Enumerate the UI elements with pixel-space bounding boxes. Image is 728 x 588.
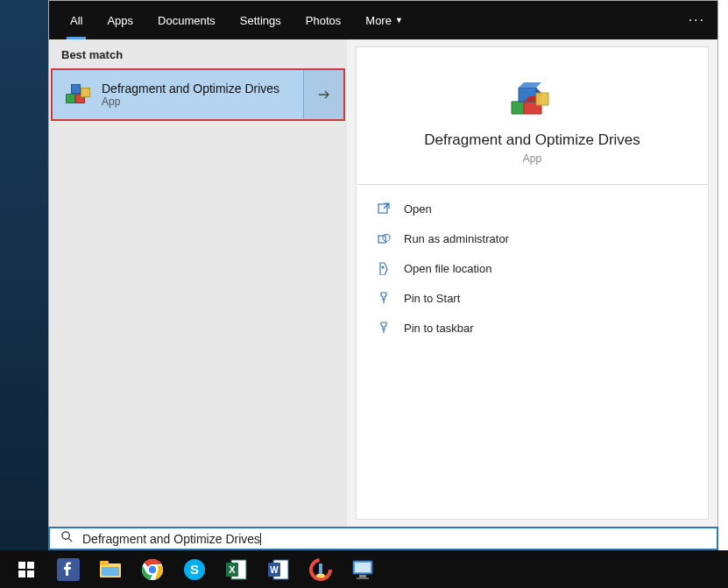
tab-label: Settings: [240, 14, 281, 27]
tab-all[interactable]: All: [58, 1, 95, 39]
expand-result-button[interactable]: [303, 70, 343, 119]
svg-rect-35: [359, 575, 366, 577]
action-pin-to-start[interactable]: Pin to Start: [357, 283, 708, 313]
taskbar-skype[interactable]: S: [173, 550, 216, 588]
result-subtitle: App: [102, 96, 279, 108]
defragment-app-icon: [65, 81, 91, 108]
search-input-box[interactable]: Defragment and Optimize Drives: [48, 527, 718, 550]
detail-hero: Defragment and Optimize Drives App: [357, 47, 708, 185]
svg-rect-12: [27, 562, 34, 569]
detail-title: Defragment and Optimize Drives: [424, 131, 640, 149]
action-label: Open file location: [404, 262, 491, 275]
action-open-file-location[interactable]: Open file location: [357, 253, 708, 283]
tab-label: More: [365, 14, 392, 27]
action-label: Pin to taskbar: [404, 322, 474, 335]
start-button[interactable]: [5, 550, 47, 588]
svg-marker-0: [512, 102, 524, 114]
results-column: Best match Defragment and Optimize Drive…: [49, 39, 347, 527]
folder-location-icon: [376, 260, 392, 276]
search-panel-body: Best match Defragment and Optimize Drive…: [49, 39, 717, 527]
tab-label: Documents: [158, 14, 216, 27]
taskbar-facebook[interactable]: [47, 550, 89, 588]
admin-shield-icon: [376, 230, 392, 246]
skype-icon: S: [183, 558, 206, 581]
word-icon: W: [267, 558, 290, 581]
svg-rect-8: [378, 236, 385, 243]
windows-logo-icon: [18, 562, 34, 577]
svg-rect-7: [378, 204, 387, 213]
tab-documents[interactable]: Documents: [145, 1, 228, 39]
ccleaner-icon: [309, 558, 332, 581]
svg-rect-11: [18, 562, 25, 569]
svg-rect-17: [100, 561, 109, 565]
tab-settings[interactable]: Settings: [228, 1, 293, 39]
taskbar-chrome[interactable]: [131, 550, 173, 588]
svg-point-32: [316, 573, 325, 577]
facebook-icon: [57, 558, 80, 581]
tab-label: Apps: [107, 14, 133, 27]
tab-apps[interactable]: Apps: [95, 1, 145, 39]
tab-more[interactable]: More ▼: [353, 1, 415, 39]
overflow-menu-button[interactable]: ···: [689, 12, 705, 28]
svg-rect-14: [27, 570, 34, 577]
detail-card: Defragment and Optimize Drives App Open …: [356, 46, 709, 520]
pin-icon: [376, 290, 392, 306]
result-main-area: Defragment and Optimize Drives App: [53, 81, 303, 108]
monitor-icon: [351, 559, 374, 580]
svg-rect-13: [18, 570, 25, 577]
result-title: Defragment and Optimize Drives: [102, 81, 279, 96]
result-highlight-frame: Defragment and Optimize Drives App: [51, 68, 345, 121]
taskbar-ccleaner[interactable]: [300, 550, 342, 588]
result-text: Defragment and Optimize Drives App: [102, 81, 279, 108]
search-filter-tabs: All Apps Documents Settings Photos More …: [49, 1, 717, 39]
tab-label: Photos: [306, 14, 341, 27]
pin-icon: [376, 320, 392, 336]
action-open[interactable]: Open: [357, 194, 708, 223]
desktop-background-strip: [0, 0, 48, 550]
svg-text:S: S: [190, 562, 199, 577]
svg-text:W: W: [270, 565, 279, 575]
svg-rect-31: [319, 563, 322, 574]
start-search-panel: All Apps Documents Settings Photos More …: [48, 0, 718, 528]
chrome-icon: [141, 558, 164, 581]
search-icon: [60, 530, 74, 547]
search-query-text: Defragment and Optimize Drives: [82, 532, 260, 546]
taskbar-word[interactable]: W: [258, 550, 300, 588]
best-match-heading: Best match: [49, 39, 347, 68]
taskbar-file-explorer[interactable]: [89, 550, 131, 588]
svg-rect-18: [102, 567, 119, 576]
action-label: Pin to Start: [404, 292, 460, 305]
svg-rect-36: [357, 577, 369, 579]
svg-rect-34: [355, 563, 371, 572]
excel-icon: X: [225, 558, 248, 581]
action-pin-to-taskbar[interactable]: Pin to taskbar: [357, 313, 708, 343]
tab-photos[interactable]: Photos: [293, 1, 353, 39]
taskbar: S X W: [0, 550, 728, 588]
taskbar-monitor-app[interactable]: [342, 550, 384, 588]
detail-column: Defragment and Optimize Drives App Open …: [347, 39, 717, 527]
svg-marker-5: [519, 82, 541, 88]
action-label: Open: [404, 202, 432, 216]
taskbar-excel[interactable]: X: [216, 550, 258, 588]
chevron-down-icon: ▼: [395, 16, 403, 25]
svg-point-9: [382, 266, 385, 269]
tab-label: All: [70, 14, 82, 27]
arrow-right-icon: [317, 88, 331, 102]
svg-point-10: [62, 532, 69, 539]
file-explorer-icon: [99, 560, 122, 579]
svg-text:X: X: [229, 564, 236, 575]
open-icon: [376, 201, 392, 216]
action-label: Run as administrator: [404, 232, 509, 245]
svg-marker-6: [536, 93, 548, 105]
detail-actions-list: Open Run as administrator Open file loca…: [357, 185, 708, 351]
defragment-app-icon-large: [506, 68, 559, 121]
search-result-item[interactable]: Defragment and Optimize Drives App: [53, 70, 343, 119]
action-run-as-administrator[interactable]: Run as administrator: [357, 223, 708, 253]
detail-subtitle: App: [523, 152, 541, 165]
